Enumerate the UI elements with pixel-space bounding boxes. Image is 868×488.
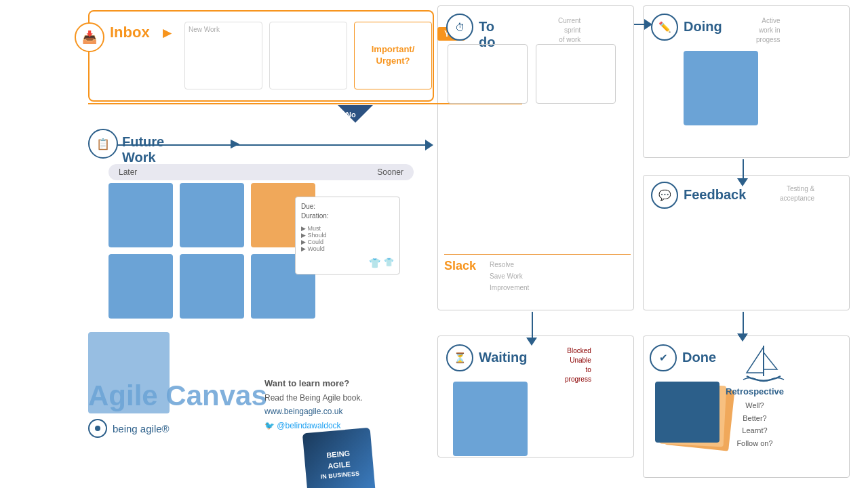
future-arrow-head [425, 140, 433, 150]
shirt-icons: 👕 👕 [301, 258, 394, 268]
waiting-subtitle-1: Blocked [565, 346, 591, 356]
learn-more-line1: Read the Being Agile book. [264, 391, 363, 405]
done-title: Done [682, 350, 716, 365]
new-work-label: New Work [185, 22, 262, 37]
waiting-title: Waiting [479, 350, 527, 365]
retro-item1: Well? [726, 399, 784, 412]
agile-canvas-title: Agile Canvas [88, 380, 267, 412]
being-agile-text: being agile® [113, 423, 170, 434]
inbox-card-new-work[interactable]: New Work [184, 22, 262, 89]
duration-label: Duration: [301, 212, 329, 220]
priority-later: Later [119, 167, 137, 177]
feedback-subtitle: Testing & acceptance [780, 184, 814, 203]
todo-icon: ⏱ [446, 14, 473, 41]
done-icon: ✔ [650, 344, 677, 371]
slack-items: Resolve Save Work Improvement [490, 259, 529, 293]
slack-item2: Save Work [490, 270, 529, 282]
being-agile-logo: being agile® [88, 419, 170, 438]
doing-title: Doing [684, 19, 722, 35]
done-card-front[interactable] [655, 382, 719, 443]
shirt-icon-s: 👕 [369, 258, 380, 268]
svg-marker-1 [747, 347, 764, 373]
inbox-icon: 📥 [75, 22, 104, 52]
book-line3: IN BUSINESS [320, 469, 359, 481]
waiting-card[interactable] [453, 382, 528, 456]
waiting-subtitle-2: Unable to progress [565, 356, 591, 384]
slack-label: Slack [444, 259, 476, 273]
future-work-icon: 📋 [88, 129, 118, 159]
inbox-card-empty[interactable] [269, 22, 347, 89]
retrospective-box: Retrospective Well? Better? Learnt? Foll… [726, 386, 784, 450]
learn-more-title: Want to learn more? [264, 376, 363, 391]
being-agile-dot [95, 426, 100, 431]
card-detail-items: ▶ Must ▶ Should ▶ Could ▶ Would [301, 225, 394, 252]
being-agile-circle [88, 419, 107, 438]
waiting-subtitle: Blocked Unable to progress [565, 346, 591, 384]
no-label: No [346, 110, 356, 119]
card-detail-popup: Due: Duration: ▶ Must ▶ Should ▶ Could ▶… [295, 197, 400, 274]
future-card-1[interactable] [108, 183, 173, 247]
book-cover: BEING AGILE IN BUSINESS [302, 428, 376, 488]
doing-card[interactable] [684, 51, 758, 125]
todo-card-1[interactable] [448, 44, 528, 104]
learn-more-url: www.beingagile.co.uk [264, 405, 363, 418]
priority-bar: Later Sooner [108, 164, 414, 180]
feedback-title: Feedback [684, 187, 746, 203]
v-arrow-doing-feedback [743, 159, 744, 180]
canvas: 📥 Inbox ▶ New Work Important/ Urgent? Ye… [0, 0, 868, 488]
feedback-icon: 💬 [651, 182, 678, 209]
future-work-arrow: ▶ [231, 137, 239, 150]
inbox-box: 📥 Inbox ▶ New Work Important/ Urgent? [88, 10, 434, 102]
svg-marker-2 [764, 352, 777, 369]
important-text: Important/ Urgent? [355, 44, 431, 67]
card-due-row: Due: [301, 203, 394, 210]
doing-icon: ✏️ [651, 14, 678, 41]
v-arrow-feedback-done [743, 312, 744, 336]
inbox-title: Inbox [110, 24, 150, 41]
slack-item3: Improvement [490, 282, 529, 293]
future-card-5[interactable] [180, 254, 244, 319]
learn-more-box: Want to learn more? Read the Being Agile… [264, 376, 363, 432]
v-arrow-doing-feedback-head [737, 178, 748, 186]
future-card-2[interactable] [180, 183, 244, 247]
sailboat-icon [740, 339, 787, 386]
inbox-arrow: ▶ [163, 26, 171, 39]
inbox-card-important[interactable]: Important/ Urgent? [354, 22, 432, 89]
retro-item4: Follow on? [726, 437, 784, 450]
retro-item2: Better? [726, 412, 784, 425]
v-arrow-to-waiting [532, 312, 533, 339]
future-card-4[interactable] [108, 254, 173, 319]
retro-title: Retrospective [726, 386, 784, 396]
slack-row: Slack Resolve Save Work Improvement [444, 254, 631, 293]
retro-item3: Learnt? [726, 424, 784, 437]
retro-items: Well? Better? Learnt? Follow on? [726, 399, 784, 450]
doing-subtitle: Active work in progess [756, 16, 781, 45]
waiting-icon: ⏳ [446, 344, 473, 371]
shirt-icon-xs: 👕 [384, 258, 394, 268]
todo-subtitle: Current sprint of work [558, 16, 580, 45]
v-arrow-to-waiting-head [526, 338, 537, 346]
todo-card-2[interactable] [536, 44, 616, 104]
slack-item1: Resolve [490, 259, 529, 270]
card-duration-row: Duration: [301, 212, 394, 220]
priority-sooner: Sooner [377, 167, 403, 177]
due-label: Due: [301, 203, 315, 210]
future-work-title: Future Work [122, 134, 164, 165]
todo-cards [448, 44, 616, 104]
